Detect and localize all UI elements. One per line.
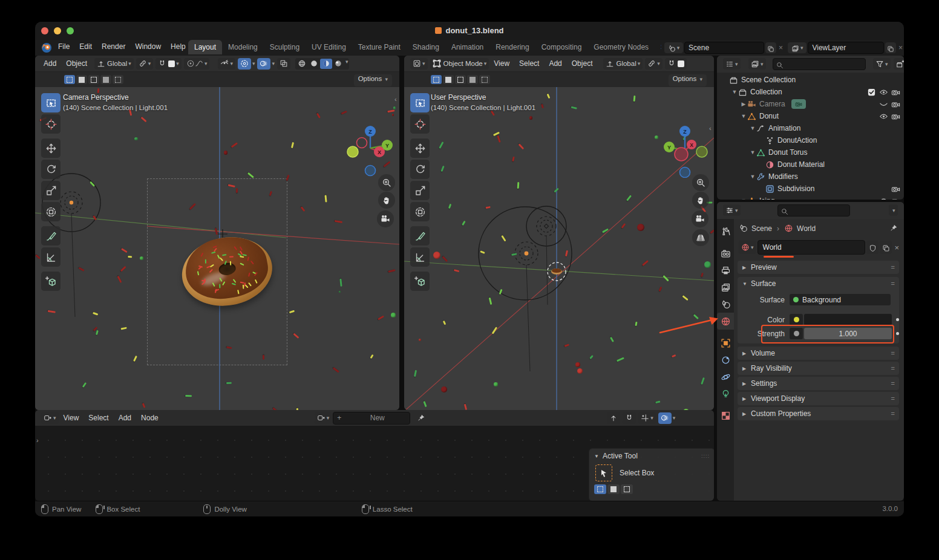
panel-settings[interactable]: ▶Settings= (738, 377, 899, 390)
world-browse-dropdown[interactable]: ▾ (739, 241, 756, 254)
properties-tab-output[interactable] (717, 262, 734, 279)
camera-toggle-icon[interactable] (891, 88, 900, 97)
show-overlays-toggle[interactable] (257, 58, 270, 70)
viewport-right-canvas[interactable]: User Perspective (140) Scene Collection … (404, 87, 714, 410)
viewlayer-icon[interactable]: ▾ (788, 42, 806, 53)
tool-annotate-button[interactable] (410, 226, 430, 246)
breadcrumb-scene[interactable]: Scene (751, 224, 772, 233)
outliner-search-input[interactable] (773, 58, 866, 70)
tool-measure-button[interactable] (41, 247, 61, 267)
properties-editor-type-dropdown[interactable]: ▾ (723, 204, 741, 216)
eye-closed-toggle-icon[interactable] (879, 100, 888, 109)
viewport-menu-object[interactable]: Object (61, 57, 92, 70)
panel-ray-visibility[interactable]: ▶Ray Visibility= (738, 362, 899, 375)
outliner-row-donut[interactable]: ▼Donut (717, 110, 904, 122)
zoom-view-button[interactable] (692, 174, 709, 191)
animate-strength-dot[interactable] (896, 332, 899, 335)
outliner-filter-dropdown[interactable]: ▾ (873, 58, 891, 70)
snap-toggle[interactable]: ▾ (155, 58, 182, 70)
tool-scale-button[interactable] (410, 181, 430, 200)
node-menu-node[interactable]: Node (136, 411, 163, 425)
viewport-menu-add[interactable]: Add (544, 57, 566, 70)
camera-view-button[interactable] (377, 210, 394, 227)
shading-wireframe-button[interactable] (296, 59, 308, 69)
options-dropdown[interactable]: Options ▾ (354, 74, 392, 86)
transform-orientation-dropdown[interactable]: Global▾ (94, 58, 134, 70)
outliner-row-donut-torus[interactable]: ▼Donut Torus (717, 146, 904, 158)
viewport-menu-select[interactable]: Select (514, 57, 544, 70)
properties-tab-tool[interactable] (717, 223, 734, 239)
breadcrumb-world[interactable]: World (797, 224, 816, 233)
eye-toggle-icon[interactable] (879, 88, 888, 97)
workspace-tab-layout[interactable]: Layout (188, 40, 222, 54)
tool-box-select-button[interactable] (41, 93, 61, 112)
eye-toggle-icon[interactable] (879, 112, 888, 121)
snap-toggle[interactable] (665, 58, 687, 70)
outliner-row-scene-collection[interactable]: Scene Collection (717, 74, 904, 86)
editor-type-dropdown[interactable]: ▾ (41, 412, 59, 424)
snap-target-dropdown[interactable]: ▾ (638, 412, 656, 424)
camera-toggle-icon[interactable] (891, 112, 900, 121)
menu-file[interactable]: File (53, 40, 74, 53)
workspace-tab-scripting[interactable]: Scripting (655, 40, 661, 54)
fake-user-shield-button[interactable] (866, 241, 878, 254)
properties-tab-scene[interactable] (717, 296, 734, 313)
outliner-row-collection[interactable]: ▼Collection (717, 86, 904, 98)
outliner-row-animation[interactable]: ▼Animation (717, 122, 904, 134)
tool-transform-button[interactable] (410, 202, 430, 221)
workspace-tab-compositing[interactable]: Compositing (535, 40, 588, 54)
new-scene-button[interactable] (765, 42, 776, 53)
scene-icon[interactable]: ▾ (664, 42, 683, 53)
menu-edit[interactable]: Edit (74, 40, 97, 53)
node-menu-select[interactable]: Select (83, 411, 113, 425)
tool-cursor-button[interactable] (41, 114, 61, 134)
camera-view-button[interactable] (692, 210, 708, 227)
workspace-tab-rendering[interactable]: Rendering (489, 40, 535, 54)
select-mode-intersect[interactable] (113, 75, 123, 84)
world-name-field[interactable]: World (757, 240, 866, 255)
tool-cursor-button[interactable] (410, 114, 430, 134)
viewport-menu-view[interactable]: View (489, 57, 514, 70)
viewport-menu-object[interactable]: Object (567, 57, 598, 70)
zoom-view-button[interactable] (378, 174, 395, 191)
shader-editor-canvas[interactable]: › ▼ Active Tool :::: Select Box (35, 426, 714, 501)
animate-color-dot[interactable] (896, 318, 899, 321)
pan-view-button[interactable] (378, 192, 395, 209)
viewlayer-name-field[interactable]: ViewLayer (808, 42, 884, 54)
select-mode-set[interactable] (64, 75, 75, 84)
blender-logo-icon[interactable] (41, 42, 52, 53)
workspace-tab-animation[interactable]: Animation (445, 40, 489, 54)
outliner-row-camera[interactable]: ▶Camera (717, 98, 904, 110)
view-object-types-dropdown[interactable]: ▾ (218, 58, 235, 70)
viewport-menu-add[interactable]: Add (39, 57, 61, 70)
sidebar-collapse-arrow[interactable]: ‹ (709, 125, 712, 132)
snap-target-dropdown[interactable]: ▾ (136, 58, 154, 70)
panel-viewport-display[interactable]: ▶Viewport Display= (738, 392, 899, 405)
tree-toggle-icon[interactable]: ▼ (740, 113, 747, 119)
node-menu-add[interactable]: Add (114, 411, 136, 425)
options-dropdown[interactable]: Options ▾ (669, 74, 707, 86)
tool-scale-button[interactable] (41, 181, 61, 200)
camera-toggle-icon[interactable] (891, 100, 900, 109)
new-viewlayer-button[interactable] (885, 42, 896, 53)
donut-object[interactable] (176, 227, 278, 314)
tool-move-button[interactable] (41, 138, 61, 158)
workspace-tab-geometry-nodes[interactable]: Geometry Nodes (587, 40, 655, 54)
properties-tab-texture[interactable] (717, 407, 734, 424)
parent-node-tree-button[interactable] (607, 412, 620, 424)
surface-shader-dropdown[interactable]: Background (790, 294, 891, 305)
select-mode-set[interactable] (431, 75, 442, 84)
panel-volume[interactable]: ▶Volume= (738, 347, 899, 360)
tool-rotate-button[interactable] (41, 160, 61, 179)
shader-id-dropdown[interactable]: ▾ (315, 412, 332, 424)
shading-solid-button[interactable] (308, 59, 320, 69)
tree-toggle-icon[interactable]: ▼ (731, 89, 738, 95)
outliner-row-subdivision[interactable]: Subdivision (717, 183, 904, 195)
outliner-filter-id-dropdown[interactable]: ▾ (748, 58, 766, 70)
select-mode-invert[interactable] (467, 75, 478, 84)
xray-toggle[interactable] (277, 58, 290, 70)
menu-render[interactable]: Render (97, 40, 130, 53)
sidebar-expand-arrow[interactable]: › (36, 437, 39, 444)
tool-move-button[interactable] (410, 138, 430, 158)
show-overlays-toggle[interactable] (658, 412, 672, 424)
